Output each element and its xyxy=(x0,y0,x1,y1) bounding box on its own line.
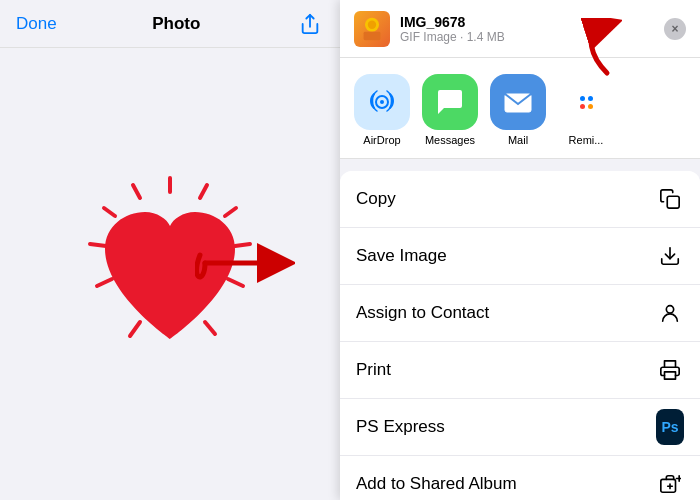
save-image-action[interactable]: Save Image xyxy=(340,228,700,285)
svg-point-22 xyxy=(666,306,673,313)
mail-icon xyxy=(490,74,546,130)
add-shared-album-label: Add to Shared Album xyxy=(356,474,517,494)
done-button[interactable]: Done xyxy=(16,14,57,34)
messages-icon xyxy=(422,74,478,130)
share-panel: IMG_9678 GIF Image · 1.4 MB × AirDrop xyxy=(340,0,700,500)
svg-line-8 xyxy=(97,279,112,286)
arrow-save-image xyxy=(195,235,295,294)
app-icons-row: AirDrop Messages Mail xyxy=(340,58,700,159)
close-button[interactable]: × xyxy=(664,18,686,40)
ps-express-action[interactable]: PS Express Ps xyxy=(340,399,700,456)
messages-icon-item[interactable]: Messages xyxy=(422,74,478,146)
ps-express-label: PS Express xyxy=(356,417,445,437)
action-list: Copy Save Image xyxy=(340,159,700,500)
airdrop-label: AirDrop xyxy=(363,134,400,146)
svg-rect-20 xyxy=(667,196,679,208)
save-image-label: Save Image xyxy=(356,246,447,266)
svg-point-16 xyxy=(368,20,376,28)
assign-contact-action[interactable]: Assign to Contact xyxy=(340,285,700,342)
add-shared-album-icon xyxy=(656,470,684,498)
save-image-icon xyxy=(656,242,684,270)
svg-line-2 xyxy=(200,185,207,198)
print-label: Print xyxy=(356,360,391,380)
more-label: Remi... xyxy=(569,134,604,146)
photo-title: Photo xyxy=(152,14,200,34)
mail-label: Mail xyxy=(508,134,528,146)
mail-icon-item[interactable]: Mail xyxy=(490,74,546,146)
svg-line-9 xyxy=(90,244,106,246)
share-header: IMG_9678 GIF Image · 1.4 MB × xyxy=(340,0,700,58)
photo-navbar: Done Photo xyxy=(0,0,340,48)
svg-line-6 xyxy=(205,322,215,334)
add-shared-album-action[interactable]: Add to Shared Album xyxy=(340,456,700,500)
copy-action[interactable]: Copy xyxy=(340,171,700,228)
svg-rect-15 xyxy=(364,31,381,39)
copy-label: Copy xyxy=(356,189,396,209)
svg-line-11 xyxy=(133,185,140,198)
svg-line-10 xyxy=(104,208,115,216)
print-icon xyxy=(656,356,684,384)
arrow-top-right xyxy=(552,18,612,78)
copy-icon xyxy=(656,185,684,213)
assign-contact-label: Assign to Contact xyxy=(356,303,489,323)
assign-contact-icon xyxy=(656,299,684,327)
svg-point-18 xyxy=(380,100,384,104)
messages-label: Messages xyxy=(425,134,475,146)
svg-line-3 xyxy=(225,208,236,216)
airdrop-icon xyxy=(354,74,410,130)
action-group-1: Copy Save Image xyxy=(340,171,700,500)
file-thumbnail xyxy=(354,11,390,47)
print-action[interactable]: Print xyxy=(340,342,700,399)
svg-line-7 xyxy=(130,322,140,336)
share-button[interactable] xyxy=(296,10,324,38)
airdrop-icon-item[interactable]: AirDrop xyxy=(354,74,410,146)
ps-express-icon: Ps xyxy=(656,413,684,441)
svg-rect-23 xyxy=(665,372,676,379)
more-icon-item[interactable]: Remi... xyxy=(558,74,614,146)
